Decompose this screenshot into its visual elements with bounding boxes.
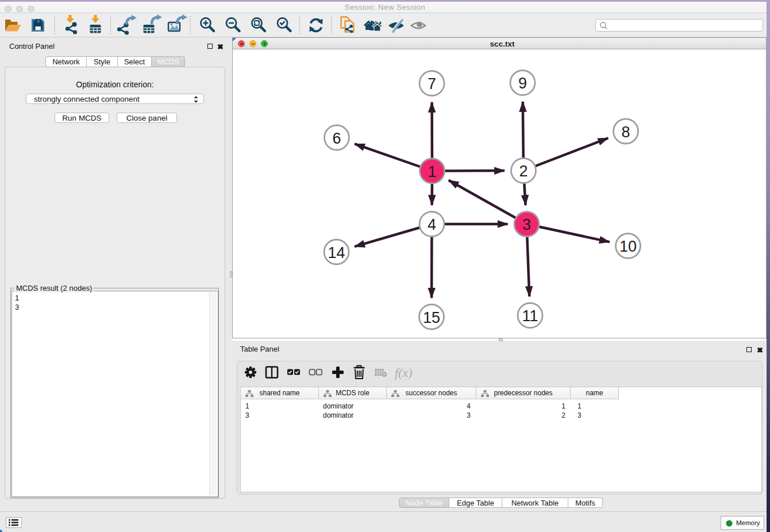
svg-text:2: 2: [519, 163, 528, 180]
svg-text:15: 15: [423, 309, 440, 326]
svg-text:6: 6: [332, 130, 341, 147]
svg-text:14: 14: [328, 244, 345, 261]
svg-text:10: 10: [619, 238, 637, 255]
svg-text:3: 3: [522, 216, 531, 233]
svg-text:9: 9: [518, 75, 527, 92]
svg-text:f(x): f(x): [395, 365, 413, 380]
svg-text:8: 8: [621, 124, 630, 141]
svg-text:4: 4: [428, 216, 436, 233]
svg-text:7: 7: [428, 75, 436, 92]
svg-text:11: 11: [522, 307, 538, 325]
svg-text:1: 1: [428, 163, 436, 180]
